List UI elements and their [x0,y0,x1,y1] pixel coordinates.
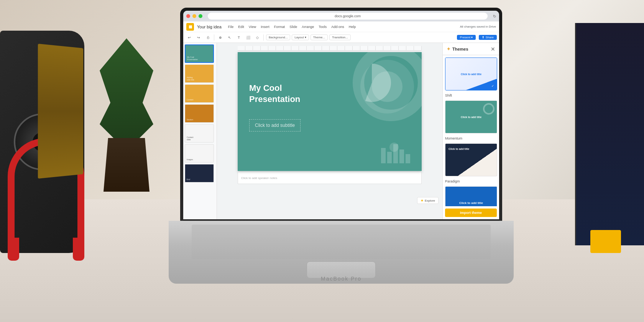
slide-title-text: My CoolPresentation [249,83,300,104]
slides-iconbar: ↩ ↪ ⎙ ⊕ ↖ T ⬜ ◇ Background... Layout ▾ [183,32,499,43]
theme-paradigm[interactable]: Click to add title Paradigm [445,143,497,184]
slide-deco-small-circle [389,143,399,152]
plant-leaves [100,38,153,146]
slide-canvas[interactable]: My CoolPresentation Click to add subtitl… [238,52,422,171]
explore-star-icon: ★ [421,199,424,202]
theme-material-preview: Click to add title [445,186,497,206]
laptop-keyboard [192,225,491,259]
thumb-text-7: End [187,178,190,181]
browser-refresh-icon[interactable]: ↻ [493,14,496,18]
themes-panel: ✦ Themes ✕ [442,43,499,219]
slide-subtitle-box[interactable]: Click to add subtitle [249,119,301,131]
bar-5 [406,154,410,163]
theme-momentum-preview: Click to add title [445,100,497,133]
plant-pot [104,138,150,192]
slides-app: ▦ Your big idea File Edit View Insert Fo… [183,21,499,219]
transition-button[interactable]: Transition... [329,34,351,40]
cursor-button[interactable]: ↖ [226,34,233,41]
thumb-text-2: Addingslide title [187,76,194,81]
menu-format[interactable]: Format [272,24,287,30]
zoom-button[interactable]: ⊕ [217,34,224,41]
themes-close-button[interactable]: ✕ [491,46,495,52]
redo-button[interactable]: ↪ [195,34,202,41]
toolbar-separator-2 [263,34,264,41]
yellow-object [590,230,621,253]
slide-panel: My CoolPresentation Addingslide title [183,43,217,219]
thumb-inner-5: Contentslide [185,125,214,142]
slides-toolbar: ▦ Your big idea File Edit View Insert Fo… [183,21,499,43]
slide-thumbnail-4[interactable]: Section [185,104,214,123]
thumb-inner-3: Content [185,85,214,102]
slide-thumbnail-2[interactable]: Addingslide title [185,64,214,83]
undo-button[interactable]: ↩ [186,34,193,41]
slide-canvas-area: My CoolPresentation Click to add subtitl… [217,43,442,219]
explore-label: Explore [425,199,435,202]
window-close-dot[interactable] [186,14,190,18]
slide-main-title[interactable]: My CoolPresentation [249,83,300,105]
slide-thumbnail-1[interactable]: My CoolPresentation [185,44,214,63]
themes-title-text: Themes [452,47,468,51]
speaker-notes[interactable]: Click to add speaker notes [238,172,422,184]
import-theme-button[interactable]: Import theme [445,209,497,217]
window-maximize-dot[interactable] [199,14,202,18]
thumb-text-5: Contentslide [187,136,194,141]
laptop-body: MacBook Pro [169,221,514,284]
laptop-screen-bezel: docs.google.com ↻ ▦ Your big id [180,8,502,222]
toolbar-separator-1 [214,34,214,41]
menu-help[interactable]: Help [347,24,358,30]
share-button[interactable]: ⬆ Share [479,35,497,40]
layout-button[interactable]: Layout ▾ [292,34,309,40]
paradigm-title: Click to add title [445,144,472,154]
theme-momentum[interactable]: Click to add title Momentum [445,100,497,141]
bar-2 [387,152,392,163]
thumb-inner-1: My CoolPresentation [186,45,213,62]
print-button[interactable]: ⎙ [204,34,212,41]
slides-logo-icon: ▦ [189,25,192,29]
image-button[interactable]: ⬜ [244,34,252,41]
thumb-text-4: Section [187,118,193,121]
thumb-inner-6: Images [185,145,214,162]
slides-workspace: My CoolPresentation Addingslide title [183,43,499,219]
right-monitor [575,23,644,245]
menu-file[interactable]: File [226,24,236,30]
autosave-text: All changes saved in Drive [460,25,496,28]
bar-4 [399,150,404,163]
shapes-button[interactable]: ◇ [253,34,261,41]
url-bar[interactable]: docs.google.com [208,13,488,20]
ruler-marks [238,46,422,50]
thumb-inner-2: Addingslide title [185,65,214,82]
slide-thumbnail-7[interactable]: End [185,164,214,182]
bar-1 [381,148,386,163]
slide-thumbnail-5[interactable]: Contentslide [185,124,214,143]
browser-topbar: docs.google.com ↻ [183,11,499,21]
slide-thumbnail-6[interactable]: Images [185,144,214,163]
theme-selected-check: ✓ [490,83,495,89]
themes-title: ✦ Themes [447,46,468,52]
slides-doc-title[interactable]: Your big idea [197,25,222,29]
slide-deco-pie [353,64,391,102]
slides-menubar: ▦ Your big idea File Edit View Insert Fo… [183,21,499,32]
slide-thumbnail-3[interactable]: Content [185,84,214,103]
menu-arrange[interactable]: Arrange [300,24,316,30]
theme-material[interactable]: Click to add title Material [445,186,497,206]
themes-list: Click to add title ✓ Shift [443,55,499,206]
menu-slide[interactable]: Slide [288,24,299,30]
menu-insert[interactable]: Insert [259,24,271,30]
explore-button[interactable]: ★ Explore [417,197,439,204]
theme-paradigm-preview: Click to add title [445,143,497,176]
theme-shift[interactable]: Click to add title ✓ Shift [445,58,497,98]
theme-button[interactable]: Theme... [310,34,328,40]
menu-view[interactable]: View [247,24,258,30]
ruler-top [238,46,422,51]
menu-tools[interactable]: Tools [317,24,329,30]
menu-addons[interactable]: Add-ons [329,24,346,30]
present-button[interactable]: Present ▾ [457,35,476,40]
window-minimize-dot[interactable] [192,14,196,18]
thumb-text-3: Content [187,99,194,101]
background-button[interactable]: Background... [266,34,290,40]
slides-logo: ▦ [186,23,194,31]
shift-title: Click to add title [461,73,481,76]
text-button[interactable]: T [235,34,243,41]
menu-edit[interactable]: Edit [236,24,246,30]
thumb-text-1: My CoolPresentation [187,56,198,61]
